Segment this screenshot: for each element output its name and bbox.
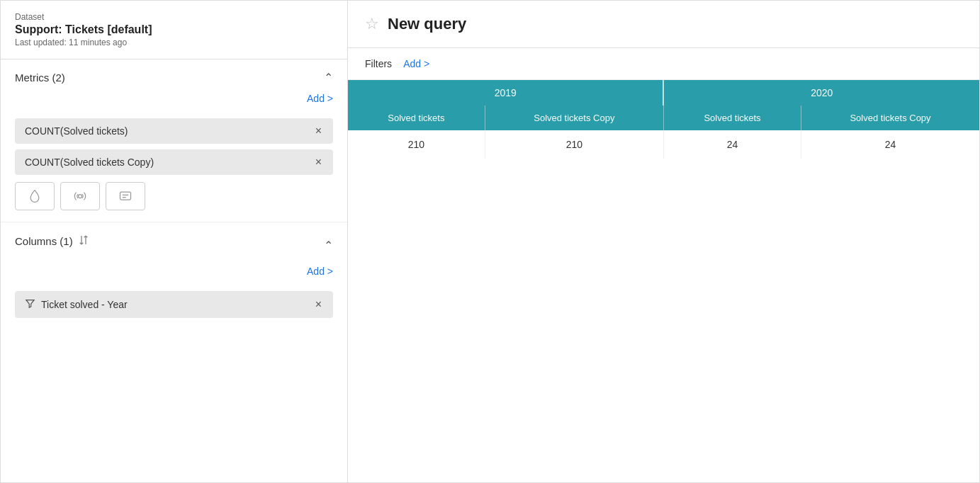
broadcast-icon-button[interactable] <box>60 182 100 210</box>
columns-header: Columns (1) <box>15 234 90 249</box>
metric-label-2: COUNT(Solved tickets Copy) <box>25 157 154 168</box>
left-panel: Dataset Support: Tickets [default] Last … <box>1 1 348 482</box>
metric-item-2: COUNT(Solved tickets Copy) × <box>15 149 333 175</box>
metric-item-1: COUNT(Solved tickets) × <box>15 118 333 144</box>
icon-buttons-row <box>15 182 333 210</box>
metrics-section: Metrics (2) ⌃ Add > COUNT(Solved tickets… <box>1 59 347 222</box>
cell-210-1: 210 <box>348 130 485 159</box>
metrics-section-header: Metrics (2) ⌃ <box>15 71 333 84</box>
col-header-solved-tickets-copy-2: Solved tickets Copy <box>801 106 979 130</box>
sort-icon <box>77 234 90 249</box>
right-panel: ☆ New query Filters Add > 2019 2020 Solv… <box>348 1 979 482</box>
dataset-header: Dataset Support: Tickets [default] Last … <box>1 1 347 59</box>
metric-remove-btn-2[interactable]: × <box>314 157 323 168</box>
filters-add-link[interactable]: Add > <box>403 58 429 69</box>
svg-rect-1 <box>120 192 131 200</box>
filters-bar: Filters Add > <box>348 48 979 80</box>
metrics-title: Metrics (2) <box>15 72 65 84</box>
dataset-title: Support: Tickets [default] <box>15 23 333 36</box>
star-icon[interactable]: ☆ <box>365 15 379 33</box>
data-row-1: 210 210 24 24 <box>348 130 979 159</box>
cell-24-2: 24 <box>801 130 979 159</box>
year-2019-header: 2019 <box>348 80 663 106</box>
metrics-add-link[interactable]: Add > <box>307 93 333 104</box>
filters-label: Filters <box>365 58 392 69</box>
year-2020-header: 2020 <box>663 80 979 106</box>
svg-marker-4 <box>26 300 34 308</box>
query-header: ☆ New query <box>348 1 979 48</box>
column-remove-btn-1[interactable]: × <box>314 299 323 310</box>
metrics-chevron-icon[interactable]: ⌃ <box>324 71 333 84</box>
column-item-1: Ticket solved - Year × <box>15 291 333 318</box>
col-header-solved-tickets-2: Solved tickets <box>663 106 801 130</box>
column-label-1: Ticket solved - Year <box>41 299 128 310</box>
metric-label-1: COUNT(Solved tickets) <box>25 125 128 137</box>
col-header-solved-tickets-1: Solved tickets <box>348 106 485 130</box>
cell-24-1: 24 <box>663 130 801 159</box>
columns-section: Columns (1) ⌃ Add > <box>1 222 347 335</box>
data-table-container: 2019 2020 Solved tickets Solved tickets … <box>348 80 979 159</box>
droplet-icon-button[interactable] <box>15 182 55 210</box>
dataset-updated: Last updated: 11 minutes ago <box>15 38 333 47</box>
svg-point-0 <box>79 195 82 198</box>
col-header-solved-tickets-copy-1: Solved tickets Copy <box>485 106 663 130</box>
data-table: 2019 2020 Solved tickets Solved tickets … <box>348 80 979 159</box>
chat-icon-button[interactable] <box>106 182 145 210</box>
columns-add-link[interactable]: Add > <box>307 266 333 277</box>
query-title: New query <box>388 15 466 33</box>
metric-remove-btn-1[interactable]: × <box>314 125 323 137</box>
cell-210-2: 210 <box>485 130 663 159</box>
columns-chevron-icon[interactable]: ⌃ <box>324 239 333 252</box>
columns-section-header: Columns (1) ⌃ <box>15 234 333 257</box>
dataset-label: Dataset <box>15 12 333 22</box>
columns-title: Columns (1) <box>15 235 73 247</box>
col-header-row: Solved tickets Solved tickets Copy Solve… <box>348 106 979 130</box>
year-header-row: 2019 2020 <box>348 80 979 106</box>
column-filter-icon <box>25 298 35 311</box>
